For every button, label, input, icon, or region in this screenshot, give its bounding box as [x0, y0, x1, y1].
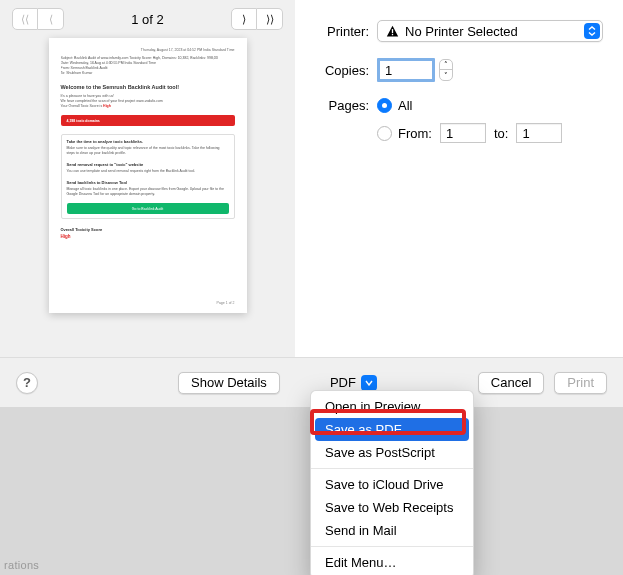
preview-pane: ⟨⟨ ⟨ 1 of 2 ⟩ ⟩⟩ Thursday, August 17, 20… — [0, 0, 295, 407]
last-page-button[interactable]: ⟩⟩ — [257, 8, 283, 30]
pages-all-radio[interactable] — [377, 98, 392, 113]
menu-separator — [311, 546, 473, 547]
corner-text: rations — [4, 559, 39, 571]
next-page-button[interactable]: ⟩ — [231, 8, 257, 30]
help-button[interactable]: ? — [16, 372, 38, 394]
pages-from-radio[interactable] — [377, 126, 392, 141]
menu-save-as-postscript[interactable]: Save as PostScript — [311, 441, 473, 464]
cancel-button[interactable]: Cancel — [478, 372, 544, 394]
printer-dropdown[interactable]: No Printer Selected — [377, 20, 603, 42]
copies-input[interactable] — [377, 58, 435, 82]
copies-label: Copies: — [295, 63, 377, 78]
pdf-menu-caret-icon[interactable] — [361, 375, 377, 391]
menu-save-to-icloud[interactable]: Save to iCloud Drive — [311, 473, 473, 496]
pages-label: Pages: — [295, 98, 377, 113]
dropdown-caret-icon — [584, 23, 600, 39]
printer-label: Printer: — [295, 24, 377, 39]
menu-save-to-web-receipts[interactable]: Save to Web Receipts — [311, 496, 473, 519]
page-indicator: 1 of 2 — [131, 12, 164, 27]
print-button[interactable]: Print — [554, 372, 607, 394]
pages-from-input[interactable] — [440, 123, 486, 143]
print-settings-pane: Printer: No Printer Selected Copies: ˄ ˅… — [295, 0, 623, 407]
prev-page-button[interactable]: ⟨ — [38, 8, 64, 30]
preview-topbar: ⟨⟨ ⟨ 1 of 2 ⟩ ⟩⟩ — [0, 0, 295, 38]
svg-rect-1 — [392, 33, 393, 34]
menu-edit-menu[interactable]: Edit Menu… — [311, 551, 473, 574]
pdf-context-menu: Open in Preview Save as PDF Save as Post… — [310, 390, 474, 575]
pages-to-input[interactable] — [516, 123, 562, 143]
warning-icon — [386, 25, 399, 38]
svg-rect-0 — [392, 29, 393, 33]
pages-all-label: All — [398, 98, 412, 113]
pages-to-label: to: — [494, 126, 508, 141]
first-page-button[interactable]: ⟨⟨ — [12, 8, 38, 30]
menu-send-in-mail[interactable]: Send in Mail — [311, 519, 473, 542]
pdf-menu-label[interactable]: PDF — [330, 375, 356, 390]
stepper-down-icon[interactable]: ˅ — [440, 70, 452, 80]
printer-value: No Printer Selected — [405, 24, 518, 39]
menu-save-as-pdf[interactable]: Save as PDF — [315, 418, 469, 441]
menu-open-in-preview[interactable]: Open in Preview — [311, 395, 473, 418]
pages-from-label: From: — [398, 126, 432, 141]
document-thumbnail: Thursday, August 17, 2023 at 04:52 PM In… — [49, 38, 247, 313]
menu-separator — [311, 468, 473, 469]
copies-stepper[interactable]: ˄ ˅ — [439, 59, 453, 81]
stepper-up-icon[interactable]: ˄ — [440, 60, 452, 70]
show-details-button[interactable]: Show Details — [178, 372, 280, 394]
